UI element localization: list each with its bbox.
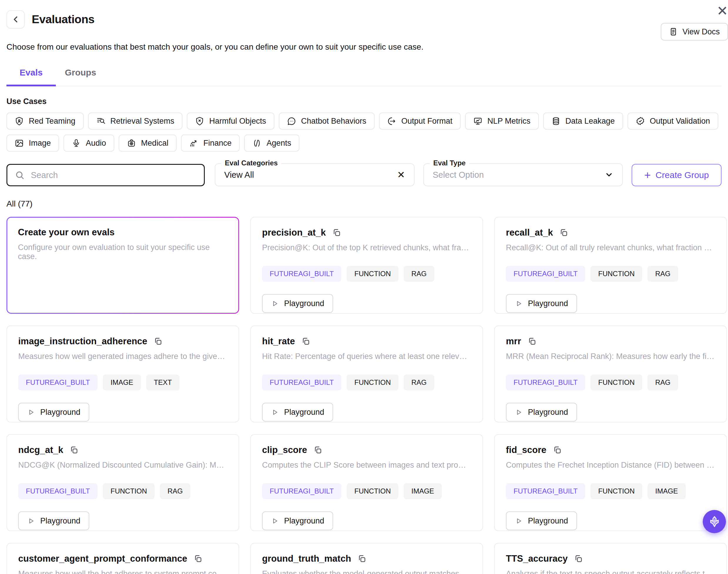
assistant-fab-button[interactable]: [703, 510, 726, 533]
tab-evals[interactable]: Evals: [6, 65, 56, 86]
back-button[interactable]: [6, 10, 25, 29]
play-icon: [515, 517, 523, 525]
eval-categories-select[interactable]: Eval Categories View All ✕: [215, 163, 414, 186]
use-case-chip-output-format[interactable]: Output Format: [379, 113, 461, 129]
create-card-title: Create your own evals: [18, 227, 228, 238]
close-button[interactable]: ✕: [717, 4, 728, 17]
playground-button[interactable]: Playground: [262, 511, 333, 530]
play-icon: [271, 517, 279, 525]
play-icon: [27, 408, 35, 416]
clear-icon[interactable]: ✕: [397, 170, 405, 179]
eval-card-precision_at_k[interactable]: precision_at_k Precision@K: Out of the t…: [250, 217, 483, 314]
tag-rag: RAG: [647, 266, 678, 282]
header: Evaluations ✕: [6, 0, 722, 34]
tag-function: FUNCTION: [347, 483, 398, 499]
tag-function: FUNCTION: [103, 483, 155, 499]
copy-icon[interactable]: [314, 446, 322, 454]
use-case-chip-nlp-metrics[interactable]: NLP Metrics: [465, 113, 539, 129]
tag-rag: RAG: [404, 266, 434, 282]
eval-card-title: ndcg_at_k: [18, 445, 63, 455]
eval-card-image_instruction_adherence[interactable]: image_instruction_adherence Measures how…: [6, 326, 239, 422]
playground-button[interactable]: Playground: [18, 511, 89, 530]
eval-card-description: Evaluates whether the model-generated ou…: [262, 569, 471, 574]
eval-card-tags: FUTUREAGI_BUILTFUNCTIONRAG: [262, 266, 471, 282]
use-case-chip-harmful-objects[interactable]: Harmful Objects: [187, 113, 274, 129]
create-your-own-evals-card[interactable]: Create your own evals Configure your own…: [6, 217, 239, 314]
play-icon: [271, 300, 279, 308]
eval-card-tags: FUTUREAGI_BUILTFUNCTIONIMAGE: [262, 483, 471, 499]
eval-card-title: image_instruction_adherence: [18, 336, 147, 346]
use-case-chip-finance[interactable]: Finance: [181, 134, 240, 152]
use-cases-label: Use Cases: [6, 97, 722, 106]
tag-futureagi_built: FUTUREAGI_BUILT: [262, 374, 341, 391]
copy-icon[interactable]: [154, 337, 162, 346]
eval-card-tags: FUTUREAGI_BUILTIMAGETEXT: [18, 374, 228, 391]
eval-card-ground_truth_match[interactable]: ground_truth_match Evaluates whether the…: [250, 543, 483, 574]
eval-card-TTS_accuracy[interactable]: TTS_accuracy Analyzes if the text-to-spe…: [494, 543, 727, 574]
search-input[interactable]: [30, 170, 196, 180]
eval-card-title: mrr: [506, 336, 521, 346]
search-icon: [15, 170, 25, 180]
playground-button[interactable]: Playground: [262, 294, 333, 313]
playground-button[interactable]: Playground: [18, 403, 89, 421]
eval-card-recall_at_k[interactable]: recall_at_k Recall@K: Out of all truly r…: [494, 217, 727, 314]
tag-function: FUNCTION: [591, 483, 642, 499]
eval-type-select[interactable]: Eval Type Select Option: [423, 163, 623, 186]
create-group-button[interactable]: + Create Group: [632, 164, 722, 186]
shield-x-icon: [195, 117, 204, 126]
eval-card-mrr[interactable]: mrr MRR (Mean Reciprocal Rank): Measures…: [494, 326, 727, 422]
copy-icon[interactable]: [559, 228, 568, 237]
use-case-chip-retrieval-systems[interactable]: Retrieval Systems: [88, 113, 183, 129]
arrow-circle-right-icon: [387, 117, 396, 126]
tab-groups[interactable]: Groups: [56, 65, 105, 86]
search-box[interactable]: [6, 164, 205, 186]
copy-icon[interactable]: [358, 554, 366, 563]
eval-card-customer_agent_prompt_conformance[interactable]: customer_agent_prompt_conformance Measur…: [6, 543, 239, 574]
view-docs-button[interactable]: View Docs: [661, 23, 728, 41]
code-slash-icon: [252, 139, 261, 148]
eval-card-tags: FUTUREAGI_BUILTFUNCTIONRAG: [506, 374, 715, 391]
page-title: Evaluations: [32, 13, 94, 26]
use-case-chip-agents[interactable]: Agents: [244, 134, 299, 152]
copy-icon[interactable]: [70, 446, 78, 454]
use-case-chip-image[interactable]: Image: [6, 134, 59, 152]
use-case-chip-audio[interactable]: Audio: [64, 134, 114, 152]
tag-futureagi_built: FUTUREAGI_BUILT: [506, 483, 585, 499]
use-case-chip-data-leakage[interactable]: Data Leakage: [543, 113, 623, 129]
playground-button[interactable]: Playground: [506, 294, 577, 313]
tag-futureagi_built: FUTUREAGI_BUILT: [18, 483, 97, 499]
copy-icon[interactable]: [194, 554, 202, 563]
tag-rag: RAG: [160, 483, 190, 499]
image-icon: [15, 139, 24, 148]
use-case-chip-red-teaming[interactable]: Red Teaming: [6, 113, 84, 129]
copy-icon[interactable]: [528, 337, 536, 346]
playground-button[interactable]: Playground: [262, 403, 333, 421]
eval-card-fid_score[interactable]: fid_score Computes the Frechet Inception…: [494, 434, 727, 531]
eval-card-title: precision_at_k: [262, 228, 326, 238]
playground-button[interactable]: Playground: [506, 511, 577, 530]
eval-card-tags: FUTUREAGI_BUILTFUNCTIONRAG: [506, 266, 715, 282]
eval-card-tags: FUTUREAGI_BUILTFUNCTIONIMAGE: [506, 483, 715, 499]
copy-icon[interactable]: [332, 228, 341, 237]
use-case-chip-output-validation[interactable]: Output Validation: [628, 113, 718, 129]
eval-card-clip_score[interactable]: clip_score Computes the CLIP Score betwe…: [250, 434, 483, 531]
medkit-icon: [127, 139, 136, 148]
use-case-chip-medical[interactable]: Medical: [119, 134, 176, 152]
evaluations-panel: Evaluations ✕ View Docs Choose from our …: [0, 0, 728, 574]
playground-button[interactable]: Playground: [506, 403, 577, 421]
eval-card-ndcg_at_k[interactable]: ndcg_at_k NDCG@K (Normalized Discounted …: [6, 434, 239, 531]
search-list-icon: [96, 117, 106, 126]
copy-icon[interactable]: [553, 446, 562, 454]
futureagi-logo-icon: [708, 515, 721, 528]
eval-card-hit_rate[interactable]: hit_rate Hit Rate: Percentage of queries…: [250, 326, 483, 422]
tag-futureagi_built: FUTUREAGI_BUILT: [506, 266, 585, 282]
eval-categories-value: View All: [224, 170, 254, 180]
eval-card-title: recall_at_k: [506, 228, 553, 238]
use-case-chip-chatbot-behaviors[interactable]: Chatbot Behaviors: [279, 113, 374, 129]
chat-bubble-icon: [287, 117, 296, 126]
copy-icon[interactable]: [574, 554, 583, 563]
copy-icon[interactable]: [301, 337, 310, 346]
tag-function: FUNCTION: [591, 266, 642, 282]
tag-image: IMAGE: [404, 483, 442, 499]
eval-card-description: Precision@K: Out of the top K retrieved …: [262, 243, 471, 252]
